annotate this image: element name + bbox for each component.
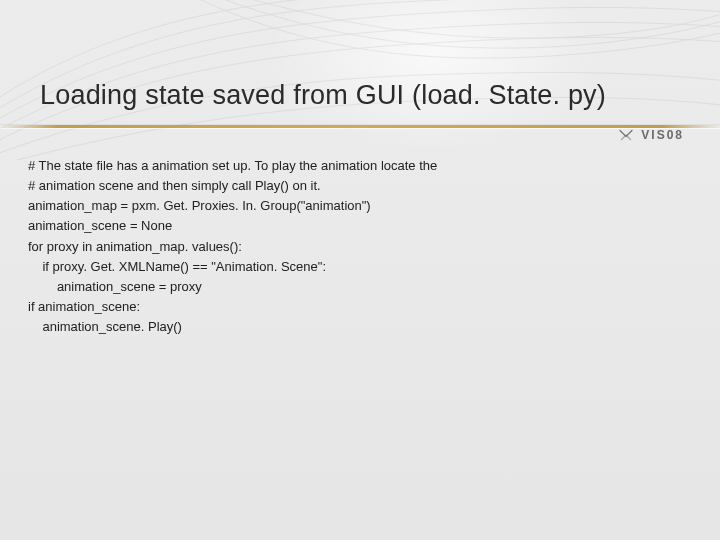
slide: Loading state saved from GUI (load. Stat… bbox=[0, 0, 720, 540]
logo-mark-icon bbox=[617, 126, 635, 144]
conference-logo: VIS08 bbox=[617, 126, 684, 144]
divider-line bbox=[0, 122, 720, 132]
code-block: # The state file has a animation set up.… bbox=[28, 156, 680, 337]
title-area: Loading state saved from GUI (load. Stat… bbox=[40, 80, 680, 111]
slide-title: Loading state saved from GUI (load. Stat… bbox=[40, 80, 680, 111]
logo-text: VIS08 bbox=[641, 128, 684, 142]
